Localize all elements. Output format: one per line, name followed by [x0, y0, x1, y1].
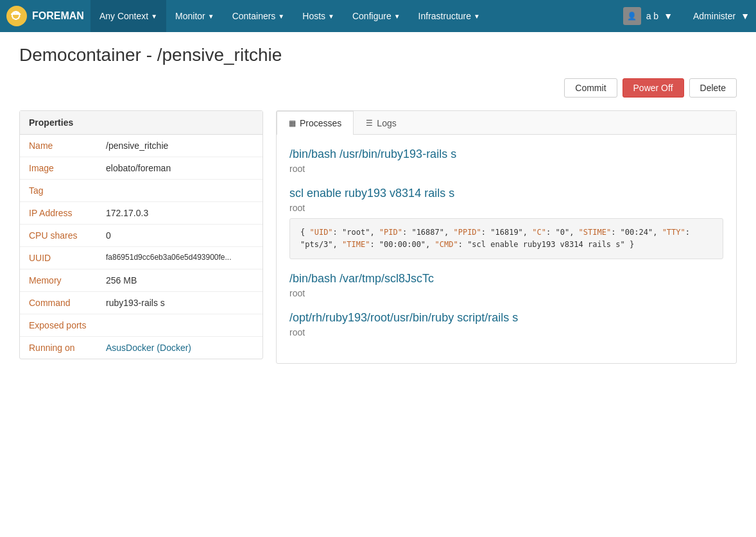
property-value: 172.17.0.3 [97, 202, 262, 225]
process-user: root [289, 288, 723, 298]
property-label: Memory [20, 269, 97, 292]
process-user: root [289, 203, 723, 213]
table-row: Memory256 MB [20, 269, 262, 292]
process-command[interactable]: /opt/rh/ruby193/root/usr/bin/ruby script… [289, 311, 723, 325]
property-label: Command [20, 292, 97, 314]
nav-monitor[interactable]: Monitor ▼ [166, 0, 223, 32]
nav-hosts[interactable]: Hosts ▼ [293, 0, 343, 32]
property-value [97, 180, 262, 202]
main-layout: Properties Name/pensive_ritchieImageelob… [19, 110, 737, 364]
property-label: Name [20, 135, 97, 157]
table-row: Imageelobato/foreman [20, 157, 262, 180]
power-off-button[interactable]: Power Off [623, 78, 684, 98]
properties-table: Name/pensive_ritchieImageelobato/foreman… [20, 135, 262, 359]
chevron-down-icon: ▼ [208, 13, 214, 20]
nav-infrastructure[interactable]: Infrastructure ▼ [409, 0, 489, 32]
process-command[interactable]: /bin/bash /usr/bin/ruby193-rails s [289, 148, 723, 161]
property-value: ruby193-rails s [97, 292, 262, 314]
table-row: IP Address172.17.0.3 [20, 202, 262, 225]
properties-header: Properties [20, 111, 262, 135]
table-row: Exposed ports [20, 314, 262, 337]
nav-containers[interactable]: Containers ▼ [223, 0, 294, 32]
property-value: /pensive_ritchie [97, 135, 262, 157]
nav-items: Any Context ▼ Monitor ▼ Containers ▼ Hos… [90, 0, 623, 32]
property-value: elobato/foreman [97, 157, 262, 180]
chevron-down-icon: ▼ [278, 13, 284, 20]
property-value: 256 MB [97, 269, 262, 292]
property-label: Exposed ports [20, 314, 97, 337]
chevron-down-icon: ▼ [151, 13, 157, 20]
user-label: a b [646, 11, 658, 21]
process-command[interactable]: /bin/bash /var/tmp/scl8JscTc [289, 272, 723, 286]
property-value[interactable]: AsusDocker (Docker) [97, 337, 262, 359]
properties-panel: Properties Name/pensive_ritchieImageelob… [19, 110, 263, 359]
table-row: Tag [20, 180, 262, 202]
property-label: Running on [20, 337, 97, 359]
property-value: fa86951d9cc6eb3a06e5d493900fe... [97, 247, 262, 269]
tab-processes[interactable]: ▦ Processes [277, 111, 354, 135]
property-value [97, 314, 262, 337]
process-command[interactable]: scl enable ruby193 v8314 rails s [289, 187, 723, 200]
tab-content: /bin/bash /usr/bin/ruby193-rails srootsc… [277, 135, 736, 363]
tab-logs[interactable]: ☰ Logs [354, 111, 408, 135]
chevron-down-icon: ▼ [741, 11, 750, 21]
navbar: ⛑ FOREMAN Any Context ▼ Monitor ▼ Contai… [0, 0, 756, 32]
table-row: Running onAsusDocker (Docker) [20, 337, 262, 359]
right-panel: ▦ Processes ☰ Logs /bin/bash /usr/bin/ru… [276, 110, 737, 364]
process-json-block: { "UID": "root", "PID": "16887", "PPID":… [289, 218, 723, 259]
property-label: Image [20, 157, 97, 180]
table-row: CPU shares0 [20, 225, 262, 247]
nav-monitor-label: Monitor [175, 11, 205, 21]
navbar-right: 👤 a b ▼ Administer ▼ [623, 7, 750, 25]
processes-icon: ▦ [289, 119, 296, 128]
nav-infrastructure-label: Infrastructure [418, 11, 471, 21]
process-item: /bin/bash /usr/bin/ruby193-rails sroot [289, 148, 723, 174]
chevron-down-icon: ▼ [664, 11, 673, 21]
tab-processes-label: Processes [300, 118, 341, 128]
property-label: UUID [20, 247, 97, 269]
tab-logs-label: Logs [377, 118, 396, 128]
avatar: 👤 [623, 7, 641, 25]
process-item: /opt/rh/ruby193/root/usr/bin/ruby script… [289, 311, 723, 337]
delete-button[interactable]: Delete [689, 78, 737, 98]
brand-icon: ⛑ [6, 6, 27, 26]
action-buttons: Commit Power Off Delete [19, 78, 737, 98]
content-area: Democontainer - /pensive_ritchie Commit … [0, 32, 756, 377]
tabs-header: ▦ Processes ☰ Logs [277, 111, 736, 135]
table-row: Name/pensive_ritchie [20, 135, 262, 157]
nav-configure-label: Configure [352, 11, 391, 21]
property-label: CPU shares [20, 225, 97, 247]
nav-containers-label: Containers [232, 11, 276, 21]
process-item: /bin/bash /var/tmp/scl8JscTcroot [289, 272, 723, 298]
chevron-down-icon: ▼ [394, 13, 400, 20]
page-title: Democontainer - /pensive_ritchie [19, 45, 737, 65]
chevron-down-icon: ▼ [328, 13, 334, 20]
nav-context-label: Any Context [99, 11, 148, 21]
table-row: UUIDfa86951d9cc6eb3a06e5d493900fe... [20, 247, 262, 269]
nav-context[interactable]: Any Context ▼ [90, 0, 166, 32]
logs-icon: ☰ [366, 119, 373, 128]
nav-configure[interactable]: Configure ▼ [343, 0, 409, 32]
property-value: 0 [97, 225, 262, 247]
brand[interactable]: ⛑ FOREMAN [6, 6, 84, 26]
property-label: IP Address [20, 202, 97, 225]
property-label: Tag [20, 180, 97, 202]
running-on-link[interactable]: AsusDocker (Docker) [106, 343, 191, 353]
brand-name: FOREMAN [32, 10, 84, 22]
process-user: root [289, 164, 723, 174]
process-user: root [289, 327, 723, 337]
table-row: Commandruby193-rails s [20, 292, 262, 314]
chevron-down-icon: ▼ [474, 13, 480, 20]
nav-hosts-label: Hosts [302, 11, 325, 21]
process-item: scl enable ruby193 v8314 rails sroot{ "U… [289, 187, 723, 259]
commit-button[interactable]: Commit [564, 78, 617, 98]
admin-label[interactable]: Administer [693, 11, 735, 21]
